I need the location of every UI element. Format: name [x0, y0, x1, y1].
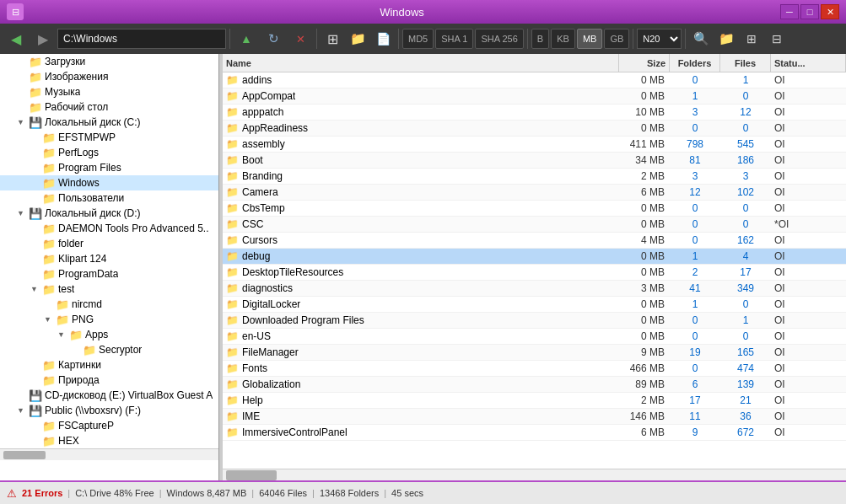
sha256-button[interactable]: SHA 256 [475, 29, 523, 49]
file-row[interactable]: 📁 AppCompat 0 MB 1 0 OI [223, 88, 846, 105]
tree-item-programdata[interactable]: 📁ProgramData [0, 266, 218, 281]
unit-b-button[interactable]: B [531, 29, 549, 49]
tree-item-cd-drive[interactable]: 💾CD-дисковод (E:) VirtualBox Guest A [0, 388, 218, 403]
header-folders[interactable]: Folders [670, 54, 720, 72]
unit-kb-button[interactable]: KB [551, 29, 575, 49]
sha1-button[interactable]: SHA 1 [435, 29, 473, 49]
file-status: OI [771, 378, 846, 390]
tree-item-test[interactable]: ▼📁test [0, 281, 218, 297]
tree-item-secryptor[interactable]: 📁Secryptor [0, 342, 218, 357]
header-size[interactable]: Size [619, 54, 670, 72]
file-name-cell: 📁 Branding [223, 170, 619, 182]
file-row[interactable]: 📁 assembly 411 MB 798 545 OI [223, 137, 846, 153]
md5-button[interactable]: MD5 [402, 29, 434, 49]
file-files: 349 [720, 282, 771, 294]
folder-button[interactable]: 📁 [346, 27, 369, 51]
file-row[interactable]: 📁 Downloaded Program Files 0 MB 0 1 OI [223, 313, 846, 329]
address-bar[interactable] [57, 29, 226, 49]
file-row[interactable]: 📁 Boot 34 MB 81 186 OI [223, 153, 846, 169]
tree-item-kartinki[interactable]: 📁Картинки [0, 357, 218, 373]
file-name-cell: 📁 AppCompat [223, 90, 619, 102]
file-folders: 2 [670, 266, 720, 278]
back-button[interactable]: ◀ [3, 27, 29, 51]
header-files[interactable]: Files [720, 54, 771, 72]
file-size: 0 MB [619, 298, 670, 310]
file-row[interactable]: 📁 apppatch 10 MB 3 12 OI [223, 105, 846, 121]
file-row[interactable]: 📁 Branding 2 MB 3 3 OI [223, 169, 846, 185]
tree-item-nircmd[interactable]: 📁nircmd [0, 297, 218, 312]
file-row[interactable]: 📁 addins 0 MB 0 1 OI [223, 72, 846, 88]
tree-item-downloads[interactable]: 📁Загрузки [0, 54, 218, 69]
tree-item-program-files[interactable]: 📁Program Files [0, 160, 218, 175]
forward-button[interactable]: ▶ [30, 27, 56, 51]
tree-item-users[interactable]: 📁Пользователи [0, 190, 218, 206]
file-row[interactable]: 📁 IME 146 MB 11 36 OI [223, 409, 846, 425]
file-folders: 19 [670, 346, 720, 358]
size-select[interactable]: N20N50N100 [637, 29, 682, 49]
calculator-button[interactable]: ⊞ [321, 27, 344, 51]
header-name[interactable]: Name [223, 54, 619, 72]
file-row[interactable]: 📁 en-US 0 MB 0 0 OI [223, 329, 846, 345]
tree-item-png[interactable]: ▼📁PNG [0, 312, 218, 327]
file-row[interactable]: 📁 CbsTemp 0 MB 0 0 OI [223, 201, 846, 217]
folder-icon: 💾 [29, 405, 42, 417]
file-row[interactable]: 📁 ImmersiveControlPanel 6 MB 9 672 OI [223, 425, 846, 441]
tree-item-local-d[interactable]: ▼💾Локальный диск (D:) [0, 206, 218, 221]
tree-item-music[interactable]: 📁Музыка [0, 84, 218, 99]
unit-gb-button[interactable]: GB [604, 29, 629, 49]
view-list-button[interactable]: ⊟ [765, 27, 789, 51]
header-status[interactable]: Statu... [771, 54, 846, 72]
file-row[interactable]: 📁 Globalization 89 MB 6 139 OI [223, 377, 846, 393]
unit-mb-button[interactable]: MB [577, 29, 603, 49]
refresh-button[interactable]: ↻ [261, 27, 286, 51]
tree-item-public[interactable]: ▼💾Public (\\vboxsrv) (F:) [0, 403, 218, 418]
file-row[interactable]: 📁 Fonts 466 MB 0 474 OI [223, 361, 846, 377]
file-name-cell: 📁 Cursors [223, 234, 619, 246]
file-row[interactable]: 📁 diagnostics 3 MB 41 349 OI [223, 281, 846, 297]
file-row[interactable]: 📁 DesktopTileResources 0 MB 2 17 OI [223, 265, 846, 281]
search-button[interactable]: 🔍 [689, 27, 713, 51]
tree-item-folder[interactable]: 📁folder [0, 236, 218, 251]
tree-item-daemon[interactable]: 📁DAEMON Tools Pro Advanced 5.. [0, 221, 218, 236]
tree-item-perflogs[interactable]: 📁PerfLogs [0, 145, 218, 160]
close-button[interactable]: ✕ [821, 4, 839, 19]
file-row[interactable]: 📁 Camera 6 MB 12 102 OI [223, 185, 846, 201]
view-grid-button[interactable]: ⊞ [740, 27, 763, 51]
tree-item-klipart[interactable]: 📁Klipart 124 [0, 251, 218, 266]
file-row[interactable]: 📁 FileManager 9 MB 19 165 OI [223, 345, 846, 361]
file-label: DigitalLocker [242, 298, 300, 310]
tree-item-local-c[interactable]: ▼💾Локальный диск (C:) [0, 115, 218, 130]
file-row[interactable]: 📁 debug 0 MB 1 4 OI [223, 249, 846, 265]
tree-item-windows[interactable]: 📁Windows [0, 175, 218, 190]
tree-item-fscapturep[interactable]: 📁FSCaptureP [0, 418, 218, 433]
cancel-button[interactable]: ✕ [288, 27, 313, 51]
tree-item-label: Windows [58, 177, 100, 189]
file-button[interactable]: 📄 [371, 27, 395, 51]
minimize-button[interactable]: ─ [780, 4, 799, 19]
file-files: 12 [720, 106, 771, 118]
maximize-button[interactable]: □ [800, 4, 819, 19]
tree-hscroll[interactable] [0, 448, 218, 460]
file-row[interactable]: 📁 DigitalLocker 0 MB 1 0 OI [223, 297, 846, 313]
tree-item-label: EFSTMPWP [58, 131, 116, 143]
folder-icon: 📁 [226, 346, 239, 358]
file-hscroll[interactable] [223, 469, 846, 480]
folder-icon: 📁 [42, 374, 56, 387]
file-row[interactable]: 📁 AppReadiness 0 MB 0 0 OI [223, 121, 846, 137]
up-button[interactable]: ▲ [234, 27, 259, 51]
file-row[interactable]: 📁 Help 2 MB 17 21 OI [223, 393, 846, 409]
file-name-cell: 📁 CbsTemp [223, 202, 619, 214]
tree-item-images[interactable]: 📁Изображения [0, 69, 218, 84]
file-status: OI [771, 106, 846, 118]
tree-item-hex[interactable]: 📁HEX [0, 433, 218, 448]
file-row[interactable]: 📁 CSC 0 MB 0 0 *OI [223, 217, 846, 233]
file-folders: 0 [670, 330, 720, 342]
view-open-button[interactable]: 📁 [714, 27, 738, 51]
tree-item-desktop[interactable]: 📁Рабочий стол [0, 99, 218, 115]
tree-item-apps[interactable]: ▼📁Apps [0, 327, 218, 342]
tree-item-efstmpwp[interactable]: 📁EFSTMPWP [0, 130, 218, 145]
file-row[interactable]: 📁 Cursors 4 MB 0 162 OI [223, 233, 846, 249]
file-status: OI [771, 250, 846, 262]
tree-item-priroda[interactable]: 📁Природа [0, 373, 218, 388]
file-files: 1 [720, 74, 771, 86]
